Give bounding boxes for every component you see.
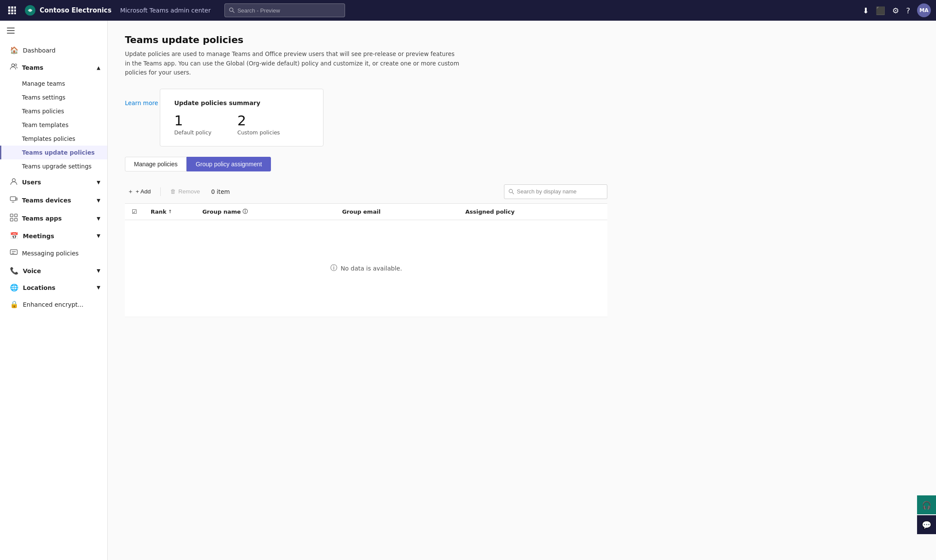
tab-manage-policies[interactable]: Manage policies (125, 157, 187, 171)
sidebar-item-meetings[interactable]: 📅 Meetings ▼ (0, 227, 107, 244)
tab-group-policy-assignment[interactable]: Group policy assignment (187, 157, 271, 171)
sidebar-item-teams-apps[interactable]: Teams apps ▼ (0, 209, 107, 227)
sidebar-item-voice[interactable]: 📞 Voice ▼ (0, 262, 107, 279)
assigned-policy-col-label: Assigned policy (465, 208, 515, 215)
sidebar-item-teams-policies[interactable]: Teams policies (0, 104, 107, 118)
svg-rect-0 (8, 6, 10, 9)
table-toolbar: ＋ + Add 🗑 Remove 0 item (125, 180, 607, 204)
custom-policy-label: Custom policies (237, 129, 280, 136)
group-email-col-label: Group email (342, 208, 380, 215)
default-policy-count: 1 (174, 113, 211, 128)
sidebar-item-locations[interactable]: 🌐 Locations ▼ (0, 279, 107, 296)
th-group-name[interactable]: Group name ⓘ (196, 204, 336, 220)
topnav: Contoso Electronics Microsoft Teams admi… (0, 0, 936, 21)
no-data-message: ⓘ No data is available. (132, 225, 600, 311)
global-search[interactable] (224, 3, 345, 17)
group-policy-table: ☑ Rank ↑ Group name ⓘ (125, 204, 607, 317)
home-icon: 🏠 (10, 46, 19, 54)
download-icon[interactable]: ⬇ (862, 6, 869, 15)
add-label: + Add (136, 188, 151, 195)
svg-point-25 (509, 189, 513, 193)
sidebar-item-team-templates[interactable]: Team templates (0, 118, 107, 132)
sidebar-item-messaging-policies[interactable]: Messaging policies (0, 244, 107, 262)
teams-chevron-icon: ▲ (97, 65, 100, 71)
search-input[interactable] (517, 188, 603, 195)
sidebar-item-dashboard[interactable]: 🏠 Dashboard (0, 42, 107, 59)
sidebar-locations-label: Locations (23, 284, 56, 291)
svg-point-16 (15, 64, 17, 66)
chat-icon: 💬 (922, 520, 931, 529)
float-buttons: 🎧 💬 (917, 495, 936, 534)
rank-col-label: Rank (151, 208, 167, 215)
avatar[interactable]: MA (917, 3, 931, 17)
summary-stats: 1 Default policy 2 Custom policies (174, 113, 309, 136)
custom-policy-stat: 2 Custom policies (237, 113, 280, 136)
th-group-email[interactable]: Group email (335, 204, 458, 220)
sidebar-item-teams-update-policies[interactable]: Teams update policies (0, 146, 107, 159)
teams-subitems: Manage teams Teams settings Teams polici… (0, 77, 107, 173)
main-content: Teams update policies Update policies ar… (108, 21, 936, 560)
svg-rect-6 (8, 12, 10, 14)
remove-button[interactable]: 🗑 Remove (168, 187, 202, 196)
search-box[interactable] (504, 184, 607, 199)
meetings-icon: 📅 (10, 232, 19, 240)
grid-menu-icon[interactable] (5, 3, 19, 17)
th-assigned-policy[interactable]: Assigned policy (458, 204, 607, 220)
remove-label: Remove (178, 188, 200, 195)
locations-icon: 🌐 (10, 283, 19, 292)
lock-icon: 🔒 (10, 300, 19, 308)
settings-icon[interactable]: ⚙ (892, 6, 899, 15)
sidebar-item-teams[interactable]: Teams ▲ (0, 59, 107, 77)
sidebar-toggle[interactable] (0, 21, 107, 42)
svg-rect-20 (10, 214, 13, 217)
learn-more-link[interactable]: Learn more (125, 100, 158, 106)
voice-icon: 📞 (10, 267, 19, 275)
svg-rect-8 (14, 12, 16, 14)
support-float-btn[interactable]: 🎧 (917, 495, 936, 514)
th-rank[interactable]: Rank ↑ (144, 204, 196, 220)
search-input[interactable] (237, 7, 340, 14)
apps-icon (10, 214, 18, 223)
svg-line-26 (512, 193, 514, 194)
chat-float-btn[interactable]: 💬 (917, 515, 936, 534)
svg-rect-18 (10, 197, 16, 201)
sort-icon: ↑ (168, 209, 172, 215)
sidebar-item-users[interactable]: Users ▼ (0, 173, 107, 191)
page-description: Update policies are used to manage Teams… (125, 50, 461, 78)
devices-chevron-icon: ▼ (97, 198, 100, 203)
add-button[interactable]: ＋ + Add (125, 186, 153, 197)
svg-rect-12 (7, 28, 15, 28)
svg-point-15 (12, 64, 14, 66)
summary-card: Update policies summary 1 Default policy… (160, 89, 323, 146)
sidebar-teams-label: Teams (22, 64, 44, 71)
svg-rect-23 (15, 218, 17, 221)
sidebar-dashboard-label: Dashboard (23, 47, 56, 54)
messaging-icon (10, 249, 18, 258)
toolbar-divider (160, 187, 161, 196)
item-count: 0 item (211, 188, 230, 195)
summary-card-title: Update policies summary (174, 100, 309, 106)
svg-line-11 (233, 11, 234, 13)
app-logo: Contoso Electronics (24, 4, 112, 16)
svg-rect-1 (11, 6, 13, 9)
sidebar-item-teams-devices[interactable]: Teams devices ▼ (0, 191, 107, 209)
sidebar-item-teams-settings[interactable]: Teams settings (0, 90, 107, 104)
th-checkbox: ☑ (125, 204, 144, 220)
meetings-chevron-icon: ▼ (97, 233, 100, 239)
help-icon[interactable]: ? (906, 6, 910, 15)
sidebar-item-teams-upgrade-settings[interactable]: Teams upgrade settings (0, 159, 107, 173)
checkbox-icon[interactable]: ☑ (132, 208, 137, 215)
svg-rect-14 (7, 33, 15, 34)
sidebar: 🏠 Dashboard Teams ▲ Manage teams Teams s… (0, 21, 108, 560)
voice-chevron-icon: ▼ (97, 268, 100, 274)
svg-rect-21 (15, 214, 17, 217)
sidebar-item-enhanced-encrypt[interactable]: 🔒 Enhanced encrypt... (0, 296, 107, 313)
svg-rect-22 (10, 218, 13, 221)
svg-rect-7 (11, 12, 13, 14)
sidebar-item-manage-teams[interactable]: Manage teams (0, 77, 107, 90)
sidebar-item-templates-policies[interactable]: Templates policies (0, 132, 107, 146)
screen-icon[interactable]: ⬛ (876, 6, 885, 15)
org-name: Contoso Electronics (40, 6, 112, 14)
sidebar-meetings-label: Meetings (23, 233, 54, 240)
add-icon: ＋ (127, 188, 134, 196)
